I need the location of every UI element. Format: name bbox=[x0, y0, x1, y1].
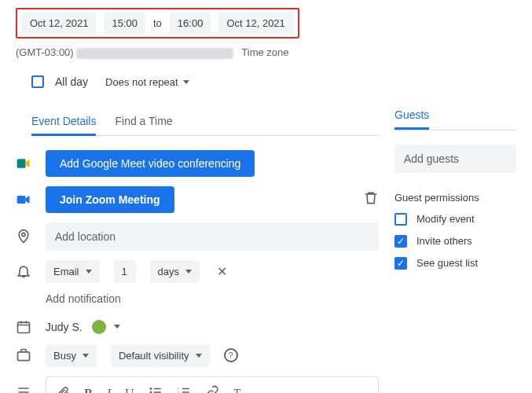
numbered-list-button[interactable]: 123 bbox=[177, 385, 191, 393]
caret-down-icon bbox=[196, 354, 202, 358]
notif-unit-select[interactable]: days bbox=[150, 260, 200, 283]
add-guests-input[interactable]: Add guests bbox=[394, 145, 516, 173]
end-date[interactable]: Oct 12, 2021 bbox=[218, 13, 292, 34]
remove-notification-button[interactable]: ✕ bbox=[214, 261, 230, 282]
modify-event-checkbox[interactable] bbox=[394, 213, 407, 226]
timezone-link[interactable]: Time zone bbox=[241, 46, 288, 58]
notif-count-input[interactable]: 1 bbox=[114, 260, 136, 283]
modify-event-label: Modify event bbox=[416, 213, 475, 225]
caret-down-icon bbox=[114, 325, 120, 329]
editor-toolbar: B I U 123 T bbox=[56, 385, 369, 393]
caret-down-icon bbox=[86, 270, 92, 274]
date-time-picker[interactable]: Oct 12, 2021 15:00 to 16:00 Oct 12, 2021 bbox=[16, 8, 299, 39]
allday-checkbox[interactable] bbox=[31, 75, 44, 88]
link-button[interactable] bbox=[205, 385, 219, 393]
help-icon[interactable]: ? bbox=[224, 348, 238, 362]
notif-channel-select[interactable]: Email bbox=[46, 260, 100, 283]
join-zoom-button[interactable]: Join Zoom Meeting bbox=[46, 186, 174, 213]
svg-rect-4 bbox=[18, 352, 30, 361]
italic-button[interactable]: I bbox=[107, 387, 111, 393]
delete-conferencing-button[interactable] bbox=[363, 190, 379, 208]
location-input[interactable]: Add location bbox=[46, 222, 379, 251]
svg-rect-0 bbox=[17, 159, 26, 168]
svg-rect-1 bbox=[17, 196, 26, 204]
notification-icon bbox=[16, 263, 31, 279]
tab-event-details[interactable]: Event Details bbox=[31, 108, 96, 136]
caret-down-icon bbox=[185, 270, 192, 274]
briefcase-icon bbox=[16, 347, 31, 363]
owner-name: Judy S. bbox=[46, 321, 83, 333]
start-date[interactable]: Oct 12, 2021 bbox=[22, 13, 96, 34]
end-time[interactable]: 16:00 bbox=[170, 13, 211, 34]
visibility-select[interactable]: Default visibility bbox=[111, 344, 210, 367]
svg-point-2 bbox=[22, 233, 25, 236]
underline-button[interactable]: U bbox=[125, 387, 134, 393]
invite-others-checkbox[interactable] bbox=[394, 235, 407, 248]
timezone-offset: (GMT-03:00) bbox=[16, 46, 233, 59]
svg-point-6 bbox=[150, 391, 152, 393]
timezone-name-blurred bbox=[76, 48, 233, 59]
detail-tabs: Event Details Find a Time bbox=[31, 108, 379, 136]
add-notification-link[interactable]: Add notification bbox=[46, 292, 379, 305]
calendar-color-dot[interactable] bbox=[92, 320, 106, 334]
location-icon bbox=[16, 229, 31, 244]
attach-icon[interactable] bbox=[56, 385, 70, 393]
svg-rect-3 bbox=[18, 322, 30, 332]
zoom-video-icon bbox=[16, 192, 31, 208]
see-guest-list-checkbox[interactable] bbox=[394, 257, 407, 270]
allday-label: All day bbox=[55, 75, 88, 88]
invite-others-label: Invite others bbox=[416, 235, 472, 247]
start-time[interactable]: 15:00 bbox=[104, 13, 145, 34]
availability-select[interactable]: Busy bbox=[46, 344, 97, 367]
svg-point-5 bbox=[150, 387, 152, 389]
caret-down-icon bbox=[83, 354, 89, 358]
to-label: to bbox=[153, 17, 162, 29]
google-meet-icon bbox=[16, 156, 31, 171]
description-icon bbox=[16, 384, 31, 393]
add-google-meet-button[interactable]: Add Google Meet video conferencing bbox=[46, 150, 255, 177]
guests-title: Guests bbox=[394, 108, 429, 130]
tab-find-a-time[interactable]: Find a Time bbox=[115, 108, 172, 135]
bold-button[interactable]: B bbox=[84, 387, 93, 393]
bulleted-list-button[interactable] bbox=[149, 385, 163, 393]
calendar-icon bbox=[16, 319, 31, 335]
repeat-select[interactable]: Does not repeat bbox=[99, 72, 196, 93]
description-editor[interactable]: B I U 123 T bbox=[46, 376, 379, 393]
see-guest-list-label: See guest list bbox=[416, 257, 478, 269]
caret-down-icon bbox=[183, 80, 189, 84]
svg-text:2: 2 bbox=[177, 390, 178, 393]
guest-permissions-title: Guest permissions bbox=[394, 192, 516, 204]
clear-format-button[interactable]: T bbox=[233, 387, 240, 393]
